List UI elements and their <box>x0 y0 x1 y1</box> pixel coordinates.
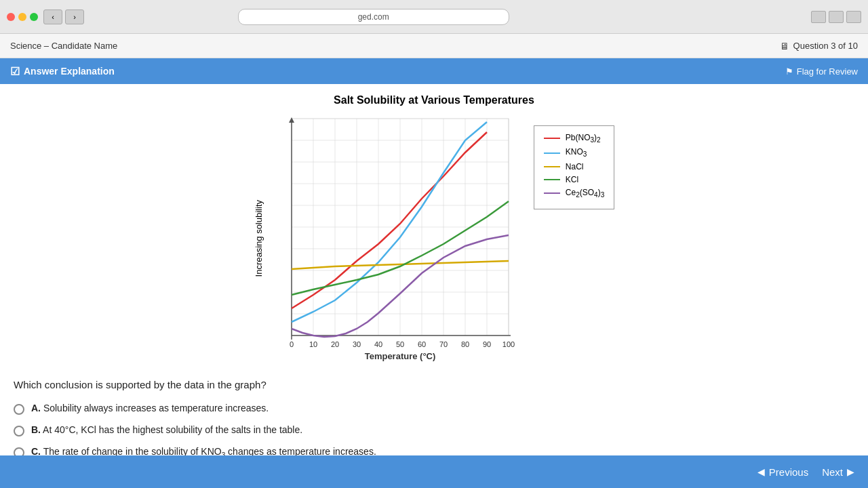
legend-text-kcl: KCl <box>566 175 578 184</box>
svg-text:60: 60 <box>418 340 426 348</box>
chart-with-legend: 0 10 20 30 40 50 60 70 80 90 100 Tempera… <box>268 112 614 365</box>
chart-container: Salt Solubility at Various Temperatures … <box>14 94 854 365</box>
option-b-text: B. At 40°C, KCl has the highest solubili… <box>31 424 302 435</box>
browser-chrome: ‹ › ged.com <box>0 0 868 34</box>
legend-line-kcl <box>544 179 560 180</box>
legend-line-nacl <box>544 166 560 167</box>
legend-line-kno3 <box>544 152 560 154</box>
monitor-icon: 🖥 <box>780 41 789 52</box>
footer: ◀ Previous Next ▶ <box>0 455 868 488</box>
svg-text:50: 50 <box>396 340 404 348</box>
close-btn[interactable] <box>846 11 861 23</box>
legend-item-kcl: KCl <box>544 175 604 184</box>
answer-explanation-label: Answer Explanation <box>24 66 115 77</box>
chart-area: Increasing solubility <box>254 112 614 365</box>
address-bar[interactable]: ged.com <box>238 9 509 25</box>
minimize-btn[interactable] <box>811 11 826 23</box>
previous-button[interactable]: ◀ Previous <box>757 466 808 478</box>
option-a-letter: A. <box>31 403 41 413</box>
option-c-letter: C. <box>31 446 41 455</box>
y-axis-label: Increasing solubility <box>254 200 264 277</box>
flag-icon: ⚑ <box>785 66 793 77</box>
option-b-letter: B. <box>31 424 41 435</box>
legend-item-kno3: KNO3 <box>544 147 604 158</box>
radio-b[interactable] <box>14 426 24 436</box>
question-counter-text: Question 3 of 10 <box>793 41 858 51</box>
svg-text:20: 20 <box>331 340 339 348</box>
svg-text:100: 100 <box>502 340 515 348</box>
traffic-lights <box>7 13 38 21</box>
previous-arrow-icon: ◀ <box>757 466 765 477</box>
radio-c[interactable] <box>14 447 24 455</box>
legend-text-kno3: KNO3 <box>566 147 587 158</box>
legend-line-ce <box>544 192 560 194</box>
question-text: Which conclusion is supported by the dat… <box>14 379 854 390</box>
option-a: A. Solubility always increases as temper… <box>14 403 854 415</box>
legend-text-pb: Pb(NO3)2 <box>566 133 601 144</box>
address-text: ged.com <box>358 12 389 22</box>
app-header: Science – Candidate Name 🖥 Question 3 of… <box>0 34 868 58</box>
legend-item-ce: Ce2(SO4)3 <box>544 188 604 199</box>
maximize-btn[interactable] <box>829 11 844 23</box>
check-icon: ☑ <box>10 65 20 78</box>
radio-a[interactable] <box>14 404 24 415</box>
flag-review-label: Flag for Review <box>797 66 858 77</box>
tl-red[interactable] <box>7 13 15 21</box>
option-c: C. The rate of change in the solubility … <box>14 446 854 455</box>
tl-yellow[interactable] <box>18 13 26 21</box>
window-buttons <box>811 11 861 23</box>
chart-svg: 0 10 20 30 40 50 60 70 80 90 100 Tempera… <box>268 112 526 365</box>
option-a-text: A. Solubility always increases as temper… <box>31 403 269 413</box>
browser-nav-buttons: ‹ › <box>43 9 84 24</box>
app-title: Science – Candidate Name <box>10 41 117 51</box>
forward-button[interactable]: › <box>65 9 84 24</box>
flag-review-button[interactable]: ⚑ Flag for Review <box>785 66 858 77</box>
option-c-text: C. The rate of change in the solubility … <box>31 446 376 455</box>
svg-text:10: 10 <box>309 340 317 348</box>
chart-legend: Pb(NO3)2 KNO3 NaCl KCl <box>534 125 614 209</box>
svg-text:30: 30 <box>353 340 361 348</box>
legend-item-pb: Pb(NO3)2 <box>544 133 604 144</box>
back-button[interactable]: ‹ <box>43 9 62 24</box>
svg-text:0: 0 <box>290 340 294 348</box>
tl-green[interactable] <box>30 13 38 21</box>
legend-text-ce: Ce2(SO4)3 <box>566 188 604 199</box>
main-content: Salt Solubility at Various Temperatures … <box>0 84 868 455</box>
previous-label: Previous <box>769 466 808 478</box>
answer-bar: ☑ Answer Explanation ⚑ Flag for Review <box>0 58 868 84</box>
next-label: Next <box>822 466 843 478</box>
answer-explanation: ☑ Answer Explanation <box>10 65 115 78</box>
svg-text:40: 40 <box>374 340 382 348</box>
svg-text:Temperature (°C): Temperature (°C) <box>364 351 435 361</box>
question-counter: 🖥 Question 3 of 10 <box>780 41 858 52</box>
next-arrow-icon: ▶ <box>847 466 854 477</box>
legend-text-nacl: NaCl <box>566 162 584 171</box>
legend-item-nacl: NaCl <box>544 162 604 171</box>
svg-text:90: 90 <box>483 340 491 348</box>
legend-line-pb <box>544 138 560 139</box>
svg-text:80: 80 <box>461 340 469 348</box>
chart-svg-element: 0 10 20 30 40 50 60 70 80 90 100 Tempera… <box>268 112 526 363</box>
chart-title: Salt Solubility at Various Temperatures <box>334 94 534 106</box>
svg-text:70: 70 <box>439 340 448 348</box>
next-button[interactable]: Next ▶ <box>822 466 854 478</box>
option-b: B. At 40°C, KCl has the highest solubili… <box>14 424 854 436</box>
